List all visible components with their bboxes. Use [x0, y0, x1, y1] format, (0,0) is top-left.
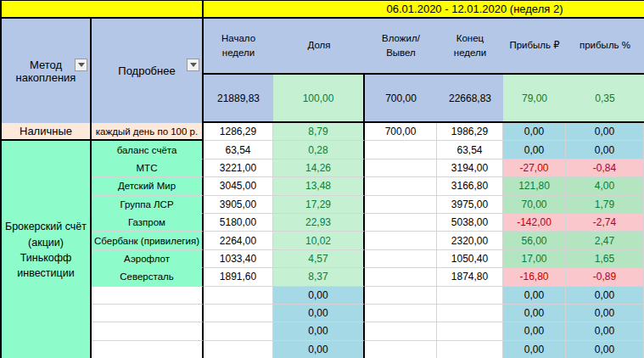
cell-week-start[interactable]: [204, 322, 273, 340]
group-cash[interactable]: Наличные: [2, 123, 92, 141]
summary-share[interactable]: 100,00: [273, 75, 365, 123]
cell-share[interactable]: 13,48: [273, 177, 365, 195]
cell-in-out[interactable]: [365, 341, 437, 358]
cell-in-out[interactable]: [365, 159, 437, 177]
cell-week-end[interactable]: 3975,00: [437, 196, 503, 214]
cell-in-out[interactable]: [365, 232, 437, 249]
cell-detail[interactable]: Газпром: [92, 214, 204, 232]
cell-profit-rub[interactable]: 0,00: [503, 305, 566, 322]
col-header-week-start[interactable]: Начало недели: [204, 19, 273, 75]
cell-profit-rub[interactable]: 56,00: [503, 232, 566, 249]
cell-week-start[interactable]: 1891,60: [204, 268, 273, 286]
col-header-profit-rub[interactable]: Прибыль ₽: [503, 19, 566, 75]
summary-profit-pct[interactable]: 0,35: [566, 75, 644, 123]
cell-share[interactable]: 4,57: [273, 250, 365, 268]
cell-detail[interactable]: Детский Мир: [92, 177, 204, 195]
cell-in-out[interactable]: [365, 177, 437, 195]
cell-in-out[interactable]: [365, 287, 437, 305]
cell-detail[interactable]: Группа ЛСР: [92, 196, 204, 214]
cell-week-start[interactable]: [204, 305, 273, 322]
cell-share[interactable]: 0,00: [273, 287, 365, 305]
cell-detail[interactable]: Северсталь: [92, 268, 204, 286]
cell-profit-pct[interactable]: -0,84: [566, 159, 644, 177]
cell-week-end[interactable]: [437, 287, 503, 305]
cell-detail[interactable]: МТС: [92, 159, 204, 177]
cell-share[interactable]: 8,79: [273, 123, 365, 141]
cell-week-start[interactable]: [204, 287, 273, 305]
cell-share[interactable]: 8,37: [273, 268, 365, 286]
cell-week-end[interactable]: 3194,00: [437, 159, 503, 177]
cell-in-out[interactable]: 700,00: [365, 123, 437, 141]
cell-profit-rub[interactable]: 0,00: [503, 287, 566, 305]
method-header-cell[interactable]: Метод накопления: [2, 19, 92, 123]
cell-week-start[interactable]: 5180,00: [204, 214, 273, 232]
cell-week-end[interactable]: 5038,00: [437, 214, 503, 232]
cell-profit-pct[interactable]: 1,79: [566, 196, 644, 214]
cell-in-out[interactable]: [365, 322, 437, 340]
cell-detail[interactable]: Сбербанк (привилегия): [92, 232, 204, 249]
cell-detail[interactable]: [92, 305, 204, 322]
cell-detail[interactable]: каждый день по 100 р.: [92, 123, 204, 141]
cell-detail[interactable]: [92, 341, 204, 358]
cell-week-start[interactable]: 3045,00: [204, 177, 273, 195]
summary-profit-rub[interactable]: 79,00: [503, 75, 566, 123]
cell-share[interactable]: 0,28: [273, 141, 365, 159]
cell-in-out[interactable]: [365, 250, 437, 268]
cell-week-start[interactable]: 3905,00: [204, 196, 273, 214]
cell-profit-rub[interactable]: -142,00: [503, 214, 566, 232]
details-filter-button[interactable]: [187, 59, 199, 71]
cell-profit-pct[interactable]: 0,00: [566, 341, 644, 358]
cell-share[interactable]: 22,93: [273, 214, 365, 232]
cell-week-start[interactable]: 1033,40: [204, 250, 273, 268]
period-title[interactable]: 06.01.2020 - 12.01.2020 (неделя 2): [204, 1, 644, 19]
cell-in-out[interactable]: [365, 196, 437, 214]
cell-week-end[interactable]: [437, 305, 503, 322]
cell-week-end[interactable]: 63,54: [437, 141, 503, 159]
cell-in-out[interactable]: [365, 214, 437, 232]
cell-detail[interactable]: [92, 322, 204, 340]
group-broker-account[interactable]: Брокерский счёт (акции) Тинькофф инвести…: [2, 141, 92, 358]
cell-week-start[interactable]: 2264,00: [204, 232, 273, 249]
cell-week-start[interactable]: 1286,29: [204, 123, 273, 141]
cell-detail[interactable]: [92, 287, 204, 305]
cell-share[interactable]: 0,00: [273, 305, 365, 322]
cell-in-out[interactable]: [365, 141, 437, 159]
cell-in-out[interactable]: [365, 268, 437, 286]
cell-week-end[interactable]: 3166,80: [437, 177, 503, 195]
cell-profit-rub[interactable]: -27,00: [503, 159, 566, 177]
cell-profit-rub[interactable]: 17,00: [503, 250, 566, 268]
summary-week-end[interactable]: 22668,83: [437, 75, 503, 123]
cell-profit-pct[interactable]: -0,89: [566, 268, 644, 286]
cell-week-start[interactable]: [204, 341, 273, 358]
col-header-share[interactable]: Доля: [273, 19, 365, 75]
cell-week-end[interactable]: 1874,80: [437, 268, 503, 286]
cell-profit-rub[interactable]: 0,00: [503, 123, 566, 141]
cell-profit-rub[interactable]: 0,00: [503, 141, 566, 159]
cell-week-start[interactable]: 3221,00: [204, 159, 273, 177]
method-filter-button[interactable]: [75, 59, 87, 71]
col-header-in-out[interactable]: Вложил/ Вывел: [365, 19, 437, 75]
summary-in-out[interactable]: 700,00: [365, 75, 437, 123]
cell-profit-pct[interactable]: 1,65: [566, 250, 644, 268]
yellow-corner-cell[interactable]: [2, 1, 204, 19]
cell-share[interactable]: 17,29: [273, 196, 365, 214]
cell-in-out[interactable]: [365, 305, 437, 322]
cell-week-end[interactable]: [437, 341, 503, 358]
cell-profit-rub[interactable]: 0,00: [503, 341, 566, 358]
cell-profit-rub[interactable]: 70,00: [503, 196, 566, 214]
cell-week-start[interactable]: 63,54: [204, 141, 273, 159]
summary-week-start[interactable]: 21889,83: [204, 75, 273, 123]
cell-share[interactable]: 14,26: [273, 159, 365, 177]
cell-profit-pct[interactable]: 4,00: [566, 177, 644, 195]
cell-profit-pct[interactable]: 0,00: [566, 305, 644, 322]
cell-share[interactable]: 0,00: [273, 341, 365, 358]
cell-week-end[interactable]: 1986,29: [437, 123, 503, 141]
cell-week-end[interactable]: [437, 322, 503, 340]
col-header-profit-pct[interactable]: прибыль %: [566, 19, 644, 75]
cell-profit-rub[interactable]: -16,80: [503, 268, 566, 286]
cell-profit-pct[interactable]: 0,00: [566, 141, 644, 159]
cell-week-end[interactable]: 1050,40: [437, 250, 503, 268]
cell-profit-rub[interactable]: 121,80: [503, 177, 566, 195]
cell-profit-pct[interactable]: 0,00: [566, 322, 644, 340]
cell-profit-pct[interactable]: 2,47: [566, 232, 644, 249]
